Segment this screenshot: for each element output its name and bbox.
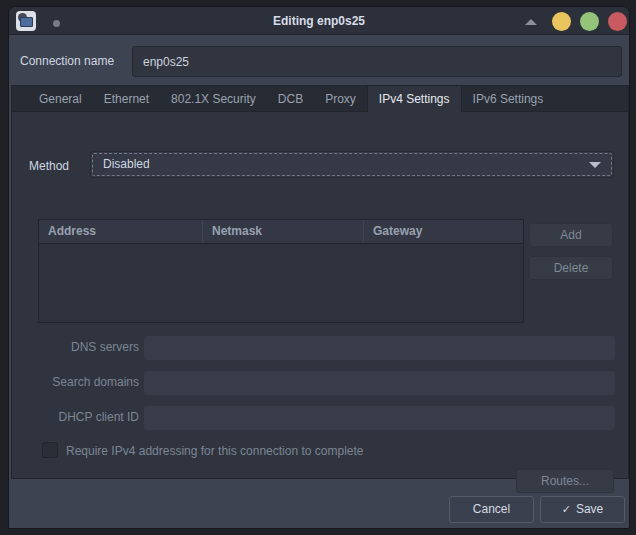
- minimize-button[interactable]: [552, 12, 571, 31]
- add-button[interactable]: Add: [529, 223, 613, 247]
- settings-notebook: General Ethernet 802.1X Security DCB Pro…: [11, 85, 629, 479]
- search-domains-input: [144, 371, 615, 395]
- method-selected-value: Disabled: [103, 152, 150, 177]
- tab-8021x-security[interactable]: 802.1X Security: [160, 86, 267, 111]
- ipv4-settings-page: Method Disabled Address Netmask Gateway …: [12, 113, 628, 478]
- focus-ring: [92, 153, 612, 176]
- delete-button[interactable]: Delete: [529, 256, 613, 280]
- dns-servers-label: DNS servers: [19, 340, 139, 354]
- dhcp-client-id-input: [144, 406, 615, 430]
- require-ipv4-checkbox[interactable]: [42, 442, 58, 458]
- save-button-label: Save: [576, 502, 603, 516]
- close-button[interactable]: [608, 12, 627, 31]
- table-header-row: Address Netmask Gateway: [39, 220, 523, 244]
- checkmark-icon: ✓: [562, 503, 571, 515]
- chevron-down-icon: [589, 162, 601, 168]
- shade-triangle-icon[interactable]: [525, 19, 537, 25]
- save-button[interactable]: ✓Save: [540, 496, 625, 523]
- network-settings-app-icon: [16, 11, 36, 31]
- tab-general[interactable]: General: [28, 86, 93, 111]
- method-label: Method: [29, 159, 69, 173]
- tab-proxy[interactable]: Proxy: [314, 86, 367, 111]
- titlebar-dot-icon: [53, 20, 60, 27]
- tab-dcb[interactable]: DCB: [267, 86, 314, 111]
- maximize-button[interactable]: [580, 12, 599, 31]
- cancel-button[interactable]: Cancel: [449, 496, 534, 523]
- tab-ipv4-settings[interactable]: IPv4 Settings: [367, 86, 462, 112]
- column-header-gateway[interactable]: Gateway: [364, 220, 523, 243]
- titlebar[interactable]: Editing enp0s25: [9, 7, 629, 35]
- method-dropdown[interactable]: Disabled: [90, 151, 614, 178]
- addresses-table[interactable]: Address Netmask Gateway: [38, 219, 524, 323]
- column-header-address[interactable]: Address: [39, 220, 203, 243]
- tab-ipv6-settings[interactable]: IPv6 Settings: [462, 86, 555, 111]
- dialog-window: Editing enp0s25 Connection name General …: [8, 6, 630, 529]
- monitor-icon: [20, 17, 33, 27]
- dhcp-client-id-label: DHCP client ID: [19, 410, 139, 424]
- tab-strip: General Ethernet 802.1X Security DCB Pro…: [12, 86, 628, 112]
- connection-name-label: Connection name: [20, 54, 114, 68]
- tab-ethernet[interactable]: Ethernet: [93, 86, 160, 111]
- search-domains-label: Search domains: [19, 375, 139, 389]
- column-header-netmask[interactable]: Netmask: [203, 220, 364, 243]
- require-ipv4-checkbox-label: Require IPv4 addressing for this connect…: [66, 444, 364, 458]
- dns-servers-input: [144, 336, 615, 360]
- connection-name-input[interactable]: [132, 46, 622, 77]
- routes-button[interactable]: Routes...: [516, 469, 614, 493]
